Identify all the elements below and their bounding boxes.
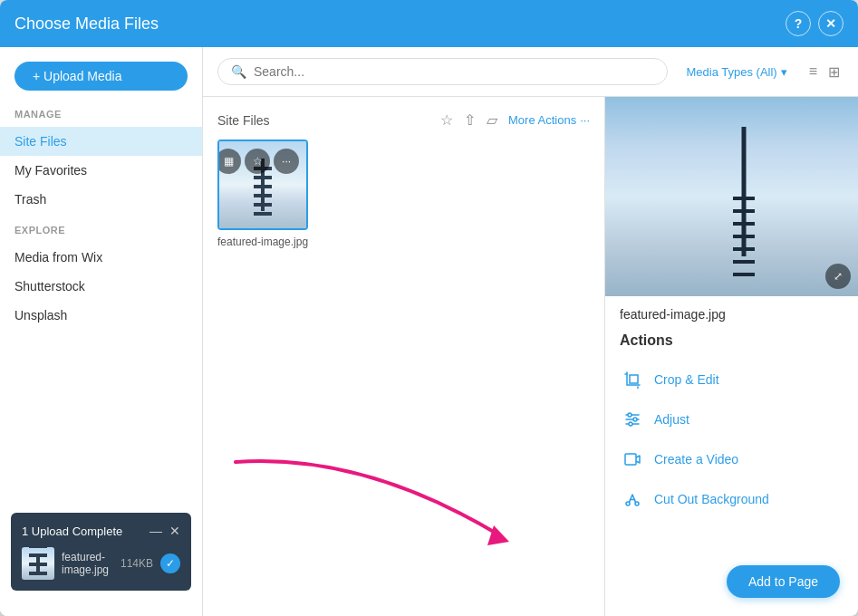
file-thumb-overlay: ▦ ☆ ··· bbox=[217, 149, 299, 174]
expand-preview-button[interactable]: ⤢ bbox=[825, 264, 851, 289]
upload-notif-close[interactable]: ✕ bbox=[169, 524, 180, 538]
add-to-page-button[interactable]: Add to Page bbox=[727, 565, 840, 598]
sidebar-item-trash[interactable]: Trash bbox=[0, 185, 202, 214]
svg-point-5 bbox=[633, 418, 637, 421]
create-video-icon bbox=[620, 447, 645, 472]
svg-point-6 bbox=[629, 422, 632, 426]
sidebar: + Upload Media MANAGE Site Files My Favo… bbox=[0, 47, 203, 616]
upload-notif-header: 1 Upload Complete — ✕ bbox=[22, 524, 180, 538]
preview-info: featured-image.jpg Actions Crop & Edit bbox=[605, 296, 858, 530]
manage-section-label: MANAGE bbox=[0, 109, 202, 127]
preview-filename: featured-image.jpg bbox=[620, 307, 844, 322]
content-area: Site Files ☆ ⇧ ▱ More Actions ··· bbox=[203, 97, 858, 616]
upload-notification: 1 Upload Complete — ✕ featured-image.jpg… bbox=[11, 513, 191, 591]
upload-notif-title: 1 Upload Complete bbox=[22, 525, 122, 538]
crop-edit-icon bbox=[620, 367, 645, 392]
star-action-button[interactable]: ☆ bbox=[440, 111, 453, 129]
grid-view-button[interactable]: ⊞ bbox=[824, 60, 844, 84]
thumb-info-button[interactable]: ▦ bbox=[217, 149, 241, 174]
file-thumb: ▦ ☆ ··· bbox=[217, 140, 308, 230]
toolbar: 🔍 Media Types (All) ▾ ≡ ⊞ bbox=[203, 47, 858, 97]
adjust-label: Adjust bbox=[654, 412, 689, 427]
help-button[interactable]: ? bbox=[786, 11, 811, 36]
preview-panel: ⤢ featured-image.jpg Actions bbox=[604, 97, 858, 616]
folder-action-button[interactable]: ▱ bbox=[487, 111, 497, 129]
action-item-create-video[interactable]: Create a Video bbox=[620, 439, 844, 479]
view-toggle: ≡ ⊞ bbox=[805, 60, 844, 84]
preview-image: ⤢ bbox=[605, 97, 858, 296]
search-box[interactable]: 🔍 bbox=[217, 58, 668, 85]
search-input[interactable] bbox=[254, 64, 654, 79]
explore-section: EXPLORE Media from Wix Shutterstock Unsp… bbox=[0, 225, 202, 330]
choose-media-modal: Choose Media Files ? ✕ + Upload Media MA… bbox=[0, 0, 858, 616]
adjust-icon bbox=[620, 407, 645, 432]
preview-sky-image bbox=[605, 97, 858, 296]
main-content: 🔍 Media Types (All) ▾ ≡ ⊞ Site Files bbox=[203, 47, 858, 616]
modal-title: Choose Media Files bbox=[14, 14, 159, 34]
search-icon: 🔍 bbox=[231, 64, 246, 79]
thumb-more-button[interactable]: ··· bbox=[274, 149, 299, 174]
create-video-label: Create a Video bbox=[654, 452, 738, 467]
modal-header-actions: ? ✕ bbox=[786, 11, 844, 36]
svg-rect-0 bbox=[630, 375, 638, 383]
more-actions-dots-icon: ··· bbox=[580, 113, 590, 127]
share-action-button[interactable]: ⇧ bbox=[464, 111, 476, 129]
explore-section-label: EXPLORE bbox=[0, 225, 202, 243]
close-button[interactable]: ✕ bbox=[818, 11, 844, 36]
sidebar-item-shutterstock[interactable]: Shutterstock bbox=[0, 272, 202, 301]
file-item[interactable]: ▦ ☆ ··· featured-image.jpg bbox=[217, 140, 308, 248]
action-item-crop-edit[interactable]: Crop & Edit bbox=[620, 360, 844, 399]
manage-section: MANAGE Site Files My Favorites Trash bbox=[0, 109, 202, 214]
section-header: Site Files ☆ ⇧ ▱ More Actions ··· bbox=[217, 111, 590, 129]
media-type-filter[interactable]: Media Types (All) ▾ bbox=[679, 62, 794, 82]
preview-actions-label: Actions bbox=[620, 332, 844, 349]
crop-edit-label: Crop & Edit bbox=[654, 372, 719, 387]
svg-rect-7 bbox=[625, 454, 636, 465]
file-name: featured-image.jpg bbox=[217, 236, 308, 248]
sidebar-item-my-favorites[interactable]: My Favorites bbox=[0, 156, 202, 185]
upload-file-row: featured-image.jpg 114KB ✓ bbox=[22, 547, 180, 580]
svg-point-4 bbox=[628, 413, 631, 417]
sidebar-item-media-from-wix[interactable]: Media from Wix bbox=[0, 243, 202, 272]
upload-thumb bbox=[22, 547, 54, 580]
upload-media-button[interactable]: + Upload Media bbox=[14, 62, 188, 91]
modal-body: + Upload Media MANAGE Site Files My Favo… bbox=[0, 47, 858, 616]
cut-out-bg-label: Cut Out Background bbox=[654, 492, 769, 506]
sidebar-item-unsplash[interactable]: Unsplash bbox=[0, 301, 202, 330]
upload-notif-collapse[interactable]: — bbox=[149, 524, 162, 538]
file-grid-area: Site Files ☆ ⇧ ▱ More Actions ··· bbox=[203, 97, 604, 616]
upload-thumb-image bbox=[22, 547, 54, 580]
chevron-down-icon: ▾ bbox=[781, 65, 787, 79]
upload-file-name: featured-image.jpg bbox=[62, 551, 113, 576]
sort-view-button[interactable]: ≡ bbox=[805, 60, 821, 84]
action-item-adjust[interactable]: Adjust bbox=[620, 399, 844, 439]
thumb-star-button[interactable]: ☆ bbox=[245, 149, 270, 174]
upload-file-size: 114KB bbox=[121, 557, 153, 570]
action-item-cut-out-bg[interactable]: Cut Out Background bbox=[620, 479, 844, 519]
sidebar-item-site-files[interactable]: Site Files bbox=[0, 127, 202, 156]
section-actions: ☆ ⇧ ▱ More Actions ··· bbox=[440, 111, 590, 129]
upload-check-icon: ✓ bbox=[160, 553, 180, 573]
section-title: Site Files bbox=[217, 113, 270, 128]
cut-out-bg-icon bbox=[620, 486, 645, 512]
more-actions-button[interactable]: More Actions ··· bbox=[508, 113, 590, 127]
upload-notif-actions: — ✕ bbox=[149, 524, 180, 538]
file-grid: ▦ ☆ ··· featured-image.jpg bbox=[217, 140, 590, 248]
modal-header: Choose Media Files ? ✕ bbox=[0, 0, 858, 47]
